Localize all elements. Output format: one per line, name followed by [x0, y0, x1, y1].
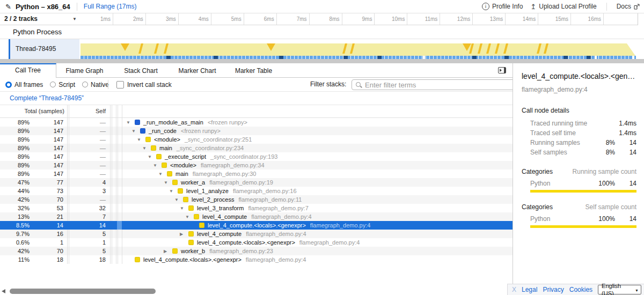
call-tree-row[interactable]: 0.6%11level_4_compute.<locals>.<genexpr>… — [0, 238, 513, 247]
profile-info-button[interactable]: i Profile Info — [482, 3, 523, 10]
expand-arrow-icon[interactable]: ▼ — [174, 196, 183, 204]
function-name: level_4_compute.<locals>.<genexpr> — [208, 222, 306, 228]
horizontal-scrollbar-thumb[interactable] — [10, 289, 156, 294]
expand-arrow-icon[interactable]: ▶ — [163, 247, 172, 256]
edit-profile-name-icon[interactable]: ✎ — [5, 3, 11, 11]
call-tree-row[interactable]: 89%147—▼_run_code<frozen runpy> — [0, 127, 513, 135]
upload-icon: ↥ — [530, 3, 536, 11]
expand-arrow-icon[interactable]: ▼ — [179, 204, 188, 213]
marker-slash-icon[interactable] — [486, 43, 491, 54]
call-tree-row[interactable]: 42%705▶worker_bflamegraph_demo.py:23 — [0, 247, 513, 255]
thread-activity-track[interactable] — [80, 39, 636, 59]
jank-marker-triangle-icon[interactable] — [463, 43, 471, 51]
tab-marker-chart[interactable]: Marker Chart — [169, 63, 225, 77]
marker-slash-icon[interactable] — [503, 43, 508, 54]
marker-slash-icon[interactable] — [342, 43, 347, 54]
tab-stack-chart[interactable]: Stack Chart — [113, 63, 169, 77]
sidebar-detail-row: Running samples8%14 — [522, 138, 636, 148]
call-tree-row[interactable]: 89%147—▼mainflamegraph_demo.py:30 — [0, 169, 513, 178]
marker-slash-icon[interactable] — [478, 43, 482, 54]
tab-call-tree[interactable]: Call Tree — [0, 63, 56, 78]
tab-flame-graph[interactable]: Flame Graph — [56, 63, 113, 77]
call-tree-row[interactable]: 8.5%1414level_4_compute.<locals>.<genexp… — [0, 221, 513, 230]
marker-slash-icon[interactable] — [154, 43, 159, 54]
category-color-box — [194, 214, 199, 219]
expand-arrow-icon[interactable]: ▼ — [163, 179, 172, 187]
categories-heading: CategoriesSelf sample count — [522, 203, 636, 211]
scroll-left-arrow-icon[interactable] — [2, 289, 5, 293]
timeline-ruler[interactable]: 1ms2ms3ms4ms5ms6ms7ms8ms9ms10ms11ms12ms1… — [80, 13, 636, 25]
call-tree-row[interactable]: 89%147—▼_execute_script_sync_coordinator… — [0, 152, 513, 161]
tracks-dropdown[interactable]: 2 / 2 tracks ▼ — [4, 13, 79, 25]
marker-slash-icon[interactable] — [164, 43, 169, 54]
expand-arrow-icon[interactable]: ▼ — [152, 161, 162, 170]
marker-slash-icon[interactable] — [537, 43, 541, 54]
radio-dot[interactable] — [50, 82, 56, 87]
upload-profile-button[interactable]: ↥ Upload Local Profile — [530, 3, 596, 11]
tab-marker-table[interactable]: Marker Table — [225, 63, 282, 77]
footer-link-x[interactable]: X — [512, 286, 516, 293]
row-tree-cell: ▼_execute_script_sync_coordinator.py:193 — [0, 152, 513, 161]
jank-marker-triangle-icon[interactable] — [121, 43, 129, 51]
category-color-box — [135, 120, 140, 125]
expand-arrow-icon[interactable]: ▼ — [126, 119, 135, 127]
function-name: level_4_compute.<locals>.<genexpr> — [143, 256, 241, 263]
expand-arrow-icon[interactable]: ▼ — [185, 213, 194, 222]
call-tree-row[interactable]: 47%774▼worker_aflamegraph_demo.py:19 — [0, 178, 513, 187]
marker-slash-icon[interactable] — [495, 43, 500, 54]
sidebar-file-location: flamegraph_demo.py:4 — [522, 86, 636, 93]
row-tree-cell: ▼level_3_transformflamegraph_demo.py:7 — [0, 204, 513, 213]
invert-checkbox[interactable] — [116, 81, 124, 88]
expand-arrow-icon[interactable]: ▼ — [169, 187, 178, 196]
category-color-box — [172, 248, 178, 254]
category-percent: 100% — [598, 179, 615, 188]
call-tree-row[interactable]: 13%217▼level_4_computeflamegraph_demo.py… — [0, 212, 513, 221]
expand-arrow-icon[interactable]: ▼ — [136, 136, 145, 144]
radio-script[interactable]: Script — [50, 81, 75, 88]
docs-link[interactable]: Docs — [617, 3, 640, 10]
footer-link-privacy[interactable]: Privacy — [543, 286, 564, 293]
footer-link-cookies[interactable]: Cookies — [569, 286, 592, 293]
invert-call-stack-toggle[interactable]: Invert call stack — [116, 78, 172, 91]
expand-arrow-icon[interactable]: ▶ — [179, 230, 188, 239]
function-name: level_4_compute — [197, 231, 241, 237]
call-tree-row[interactable]: 89%147—▼_run_module_as_main<frozen runpy… — [0, 118, 513, 127]
expand-arrow-icon[interactable]: ▼ — [142, 144, 151, 153]
call-tree-row[interactable]: 42%70—▼level_2_processflamegraph_demo.py… — [0, 195, 513, 204]
file-location: flamegraph_demo.py:4 — [299, 239, 360, 246]
expand-arrow-icon[interactable]: ▼ — [158, 170, 167, 179]
call-tree-row[interactable]: 89%147—▼<module>_sync_coordinator.py:251 — [0, 135, 513, 144]
footer-link-legal[interactable]: Legal — [522, 286, 537, 293]
expand-arrow-icon[interactable]: ▼ — [131, 127, 140, 136]
call-tree-row[interactable]: 9.7%165▶level_4_computeflamegraph_demo.p… — [0, 230, 513, 238]
open-sidebar-icon[interactable] — [498, 67, 506, 73]
radio-dot[interactable] — [82, 82, 88, 87]
call-tree-row[interactable]: 89%147—▼<module>flamegraph_demo.py:34 — [0, 161, 513, 169]
marker-slash-icon[interactable] — [138, 43, 143, 54]
process-track-row[interactable]: Python Process — [0, 25, 644, 39]
timeline-ruler-row: 2 / 2 tracks ▼ 1ms2ms3ms4ms5ms6ms7ms8ms9… — [0, 13, 644, 25]
file-location: _sync_coordinator.py:251 — [185, 136, 252, 143]
marker-slash-icon[interactable] — [544, 43, 548, 54]
radio-all-frames[interactable]: All frames — [5, 81, 43, 88]
function-name: level_4_compute.<locals>.<genexpr> — [197, 239, 295, 246]
detail-value: 1.4ms — [619, 119, 636, 128]
radio-native[interactable]: Native — [82, 81, 109, 88]
filter-stacks-input[interactable] — [352, 79, 525, 90]
language-select[interactable]: English (US) — [598, 285, 641, 294]
thread-label-zone[interactable]: Thread-78495 — [10, 39, 79, 59]
call-tree-row[interactable]: 32%5332▼level_3_transformflamegraph_demo… — [0, 204, 513, 212]
file-location: flamegraph_demo.py:16 — [233, 188, 297, 194]
call-tree-row[interactable]: 89%147—▼main_sync_coordinator.py:234 — [0, 144, 513, 152]
marker-slash-icon[interactable] — [350, 43, 355, 54]
call-tree-row[interactable]: 44%733▼level_1_analyzeflamegraph_demo.py… — [0, 187, 513, 195]
expand-arrow-icon[interactable]: ▼ — [147, 153, 156, 161]
radio-dot[interactable] — [5, 82, 12, 88]
call-tree-row[interactable]: 11%1818level_4_compute.<locals>.<genexpr… — [0, 255, 513, 264]
full-range-breadcrumb[interactable]: Full Range (17ms) — [84, 3, 137, 10]
profile-name: Python – x86_64 — [16, 3, 70, 11]
header-divider — [77, 3, 77, 11]
row-tree-cell: ▼worker_aflamegraph_demo.py:19 — [0, 178, 513, 187]
breadcrumb[interactable]: Complete “Thread-78495” — [10, 92, 84, 105]
jank-marker-triangle-icon[interactable] — [267, 43, 275, 51]
